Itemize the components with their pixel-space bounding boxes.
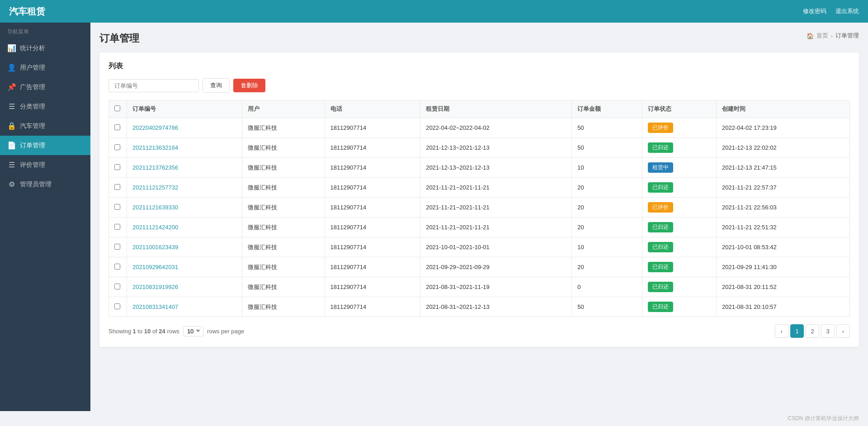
sidebar-item-stats[interactable]: 📊 统计分析 — [0, 38, 90, 58]
row-select-5[interactable] — [114, 224, 120, 230]
row-user-8: 微服汇科技 — [242, 277, 325, 297]
row-checkbox-6 — [109, 237, 127, 257]
main-layout: 导航菜单 📊 统计分析 👤 用户管理 📌 广告管理 ☰ 分类管理 🔒 汽车管理 … — [0, 23, 868, 411]
row-status-5: 已归还 — [642, 218, 717, 237]
row-user-5: 微服汇科技 — [242, 218, 325, 237]
row-created-5: 2021-11-21 22:51:32 — [717, 218, 850, 237]
th-amount: 订单金额 — [572, 100, 642, 118]
pagination-nav: ‹ 1 2 3 › — [775, 324, 850, 338]
sidebar-label-orders: 订单管理 — [20, 142, 45, 150]
order-link-2[interactable]: 20211213762356 — [132, 164, 178, 171]
row-select-3[interactable] — [114, 184, 120, 190]
order-link-1[interactable]: 20211213632164 — [132, 144, 178, 151]
ads-icon: 📌 — [7, 83, 16, 91]
row-select-2[interactable] — [114, 164, 120, 170]
row-select-8[interactable] — [114, 284, 120, 289]
row-date-7: 2021-09-29~2021-09-29 — [420, 257, 572, 277]
search-input[interactable] — [108, 79, 199, 92]
order-link-6[interactable]: 20211001623439 — [132, 244, 178, 251]
order-link-7[interactable]: 20210929642031 — [132, 264, 178, 270]
sidebar-item-cars[interactable]: 🔒 汽车管理 — [0, 116, 90, 136]
table-row: 20210929642031 微服汇科技 18112907714 2021-09… — [109, 257, 850, 277]
row-date-6: 2021-10-01~2021-10-01 — [420, 237, 572, 257]
top-header: 汽车租赁 修改密码 退出系统 — [0, 0, 868, 23]
change-password-btn[interactable]: 修改密码 — [803, 7, 826, 15]
row-select-7[interactable] — [114, 264, 120, 270]
row-amount-1: 50 — [572, 138, 642, 158]
sidebar-item-orders[interactable]: 📄 订单管理 — [0, 136, 90, 155]
row-created-4: 2021-11-21 22:56:03 — [717, 198, 850, 218]
order-link-3[interactable]: 20211121257732 — [132, 184, 178, 191]
status-badge-1: 已归还 — [648, 142, 673, 153]
status-badge-7: 已归还 — [648, 262, 673, 272]
status-badge-9: 已归还 — [648, 302, 673, 312]
order-link-9[interactable]: 20210831341407 — [132, 303, 178, 310]
breadcrumb-home-link[interactable]: 首页 — [816, 32, 828, 40]
row-select-9[interactable] — [114, 303, 120, 309]
sidebar-item-users[interactable]: 👤 用户管理 — [0, 58, 90, 77]
sidebar-label-cars: 汽车管理 — [20, 122, 45, 130]
row-user-3: 微服汇科技 — [242, 178, 325, 198]
app-logo: 汽车租赁 — [9, 5, 45, 18]
main-card: 列表 查询 🗑删除 订单编号 用户 电话 租赁日期 订单金额 — [99, 52, 859, 347]
row-select-6[interactable] — [114, 244, 120, 250]
sidebar-item-categories[interactable]: ☰ 分类管理 — [0, 97, 90, 116]
row-phone-1: 18112907714 — [325, 138, 420, 158]
table-row: 20211001623439 微服汇科技 18112907714 2021-10… — [109, 237, 850, 257]
row-select-0[interactable] — [114, 124, 120, 130]
status-badge-5: 已归还 — [648, 222, 673, 232]
row-date-8: 2021-08-31~2021-11-19 — [420, 277, 572, 297]
pagination-info: Showing 1 to 10 of 24 rows 10 20 50 rows… — [108, 326, 244, 336]
row-status-1: 已归还 — [642, 138, 717, 158]
row-user-9: 微服汇科技 — [242, 297, 325, 317]
stats-icon: 📊 — [7, 44, 16, 52]
table-row: 20211121639330 微服汇科技 18112907714 2021-11… — [109, 198, 850, 218]
row-checkbox-4 — [109, 198, 127, 218]
order-link-4[interactable]: 20211121639330 — [132, 204, 178, 211]
row-order-id-7: 20210929642031 — [127, 257, 242, 277]
row-phone-2: 18112907714 — [325, 158, 420, 178]
nav-label: 导航菜单 — [0, 23, 90, 38]
order-link-8[interactable]: 20210831919926 — [132, 284, 178, 290]
batch-delete-button[interactable]: 🗑删除 — [233, 79, 265, 92]
row-created-8: 2021-08-31 20:11:52 — [717, 277, 850, 297]
page-btn-3[interactable]: 3 — [821, 324, 835, 338]
logout-btn[interactable]: 退出系统 — [835, 7, 859, 15]
row-amount-6: 10 — [572, 237, 642, 257]
search-button[interactable]: 查询 — [203, 78, 230, 93]
prev-page-btn[interactable]: ‹ — [775, 324, 788, 338]
page-btn-2[interactable]: 2 — [806, 324, 819, 338]
th-user: 用户 — [242, 100, 325, 118]
row-amount-8: 0 — [572, 277, 642, 297]
categories-icon: ☰ — [7, 102, 16, 111]
rows-per-page-label: rows per page — [207, 328, 244, 335]
sidebar-item-reviews[interactable]: ☰ 评价管理 — [0, 155, 90, 175]
order-link-0[interactable]: 20220402974786 — [132, 124, 178, 131]
row-order-id-2: 20211213762356 — [127, 158, 242, 178]
rows-per-page-select[interactable]: 10 20 50 — [183, 326, 203, 336]
sidebar-item-admins[interactable]: ⚙ 管理员管理 — [0, 175, 90, 194]
row-select-4[interactable] — [114, 204, 120, 210]
select-all-checkbox[interactable] — [114, 105, 120, 111]
table-row: 20211121257732 微服汇科技 18112907714 2021-11… — [109, 178, 850, 198]
th-phone: 电话 — [325, 100, 420, 118]
row-user-4: 微服汇科技 — [242, 198, 325, 218]
row-order-id-4: 20211121639330 — [127, 198, 242, 218]
next-page-btn[interactable]: › — [836, 324, 850, 338]
row-phone-8: 18112907714 — [325, 277, 420, 297]
table-header-row: 订单编号 用户 电话 租赁日期 订单金额 订单状态 创建时间 — [109, 100, 850, 118]
showing-text: Showing 1 to 10 of 24 rows — [108, 328, 179, 335]
row-phone-6: 18112907714 — [325, 237, 420, 257]
row-amount-7: 20 — [572, 257, 642, 277]
row-status-9: 已归还 — [642, 297, 717, 317]
order-link-5[interactable]: 20211121424200 — [132, 224, 178, 231]
sidebar-label-reviews: 评价管理 — [20, 161, 45, 169]
row-order-id-6: 20211001623439 — [127, 237, 242, 257]
row-phone-3: 18112907714 — [325, 178, 420, 198]
breadcrumb-sep: › — [831, 33, 833, 39]
sidebar-item-ads[interactable]: 📌 广告管理 — [0, 77, 90, 97]
th-date: 租赁日期 — [420, 100, 572, 118]
page-btn-1[interactable]: 1 — [790, 324, 804, 338]
row-amount-9: 50 — [572, 297, 642, 317]
row-select-1[interactable] — [114, 144, 120, 150]
